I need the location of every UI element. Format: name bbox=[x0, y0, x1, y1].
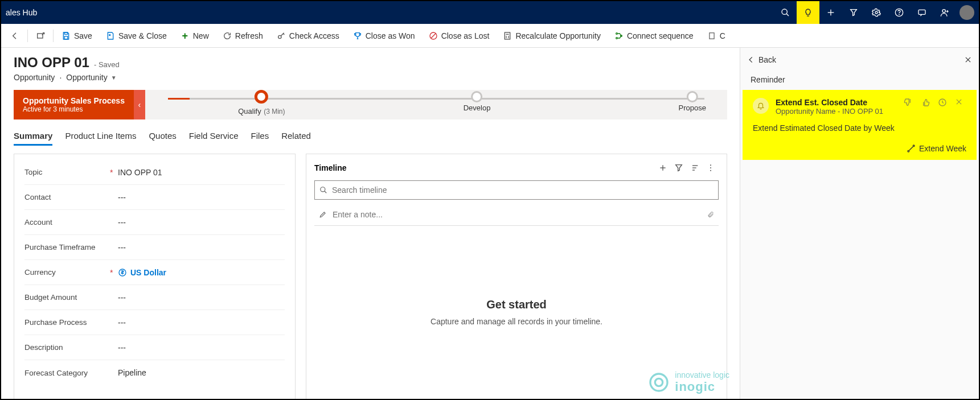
timeline-sort-icon[interactable] bbox=[687, 160, 703, 176]
record-title: INO OPP 01 bbox=[14, 55, 89, 71]
person-add-icon[interactable] bbox=[933, 1, 956, 24]
pencil-icon bbox=[319, 211, 327, 218]
extend-week-action[interactable]: Extend Week bbox=[907, 144, 966, 153]
form-tabs: Summary Product Line Items Quotes Field … bbox=[14, 127, 727, 146]
summary-form-section: Topic*INO OPP 01 Contact--- Account--- P… bbox=[14, 154, 296, 399]
svg-point-8 bbox=[942, 10, 945, 13]
attachment-icon[interactable] bbox=[707, 210, 714, 219]
entity-label: Opportunity bbox=[14, 73, 55, 82]
business-process-flow: Opportunity Sales Process Active for 3 m… bbox=[14, 90, 727, 119]
svg-rect-26 bbox=[710, 32, 714, 39]
settings-gear-icon[interactable] bbox=[865, 1, 888, 24]
field-account[interactable]: Account--- bbox=[24, 210, 285, 235]
svg-rect-7 bbox=[919, 10, 925, 14]
svg-rect-17 bbox=[505, 32, 510, 39]
tab-related[interactable]: Related bbox=[281, 127, 311, 146]
connect-sequence-button[interactable]: Connect sequence bbox=[608, 24, 700, 48]
chevron-down-icon[interactable]: ▼ bbox=[111, 75, 117, 81]
tab-quotes[interactable]: Quotes bbox=[149, 127, 176, 146]
filter-icon[interactable] bbox=[842, 1, 865, 24]
check-access-button[interactable]: Check Access bbox=[270, 24, 346, 48]
snooze-clock-icon[interactable] bbox=[938, 98, 949, 109]
flow-icon bbox=[907, 144, 916, 153]
timeline-filter-icon[interactable] bbox=[671, 160, 687, 176]
svg-line-37 bbox=[325, 191, 327, 193]
svg-point-0 bbox=[782, 9, 787, 14]
bpf-collapse-toggle[interactable]: ‹ bbox=[134, 90, 145, 119]
timeline-title: Timeline bbox=[314, 163, 347, 172]
recalculate-button[interactable]: Recalculate Opportunity bbox=[496, 24, 607, 48]
field-contact[interactable]: Contact--- bbox=[24, 185, 285, 210]
global-nav-bar: ales Hub bbox=[1, 1, 979, 24]
field-currency[interactable]: Currency*US Dollar bbox=[24, 260, 285, 285]
panel-back-button[interactable]: Back bbox=[747, 55, 776, 64]
truncated-command[interactable]: C bbox=[700, 24, 732, 48]
trophy-icon bbox=[353, 31, 362, 40]
bpf-stage-propose[interactable]: Propose bbox=[678, 91, 706, 112]
save-close-icon bbox=[106, 31, 115, 40]
timeline-search[interactable] bbox=[314, 180, 719, 200]
user-avatar[interactable] bbox=[960, 5, 974, 20]
panel-section-title: Reminder bbox=[740, 72, 979, 90]
bpf-stage-develop[interactable]: Develop bbox=[464, 91, 491, 112]
chat-icon[interactable] bbox=[911, 1, 933, 24]
add-icon[interactable] bbox=[819, 1, 842, 24]
timeline-section: Timeline Get started bbox=[306, 154, 727, 399]
timeline-note-input[interactable] bbox=[333, 210, 702, 219]
svg-point-23 bbox=[616, 32, 618, 34]
new-button[interactable]: +New bbox=[174, 24, 216, 48]
save-icon bbox=[61, 31, 71, 40]
field-purchase-process[interactable]: Purchase Process--- bbox=[24, 310, 285, 335]
svg-point-35 bbox=[710, 170, 711, 171]
tab-product-line-items[interactable]: Product Line Items bbox=[65, 127, 136, 146]
field-description[interactable]: Description--- bbox=[24, 335, 285, 360]
save-close-button[interactable]: Save & Close bbox=[99, 24, 174, 48]
back-button[interactable] bbox=[3, 24, 26, 48]
refresh-button[interactable]: Refresh bbox=[216, 24, 270, 48]
svg-point-6 bbox=[899, 14, 900, 15]
bpf-stage-qualify[interactable]: Qualify (3 Min) bbox=[238, 91, 285, 116]
svg-point-20 bbox=[509, 36, 509, 36]
search-icon[interactable] bbox=[774, 1, 797, 24]
thumbs-up-icon[interactable] bbox=[921, 98, 932, 109]
field-budget-amount[interactable]: Budget Amount--- bbox=[24, 285, 285, 310]
field-purchase-timeframe[interactable]: Purchase Timeframe--- bbox=[24, 235, 285, 260]
svg-point-33 bbox=[710, 164, 711, 166]
assistant-bulb-icon[interactable] bbox=[797, 1, 819, 24]
card-close-icon[interactable] bbox=[955, 98, 966, 109]
record-save-state: - Saved bbox=[94, 60, 120, 69]
close-as-won-button[interactable]: Close as Won bbox=[346, 24, 422, 48]
svg-point-22 bbox=[509, 38, 509, 38]
close-as-lost-button[interactable]: Close as Lost bbox=[422, 24, 497, 48]
card-title: Extend Est. Closed Date bbox=[776, 98, 897, 107]
card-subtitle: Opportunity Name - INO OPP 01 bbox=[776, 107, 897, 116]
svg-point-46 bbox=[913, 145, 915, 147]
tab-field-service[interactable]: Field Service bbox=[189, 127, 239, 146]
panel-close-icon[interactable] bbox=[964, 56, 972, 64]
sequence-icon bbox=[614, 31, 624, 40]
timeline-more-icon[interactable] bbox=[703, 160, 719, 176]
timeline-add-icon[interactable] bbox=[655, 160, 671, 176]
form-selector[interactable]: Opportunity bbox=[66, 73, 107, 82]
thumbs-down-icon[interactable] bbox=[904, 98, 915, 109]
help-icon[interactable] bbox=[888, 1, 911, 24]
svg-point-14 bbox=[278, 35, 281, 38]
tab-files[interactable]: Files bbox=[251, 127, 269, 146]
bell-icon bbox=[753, 98, 769, 114]
save-button[interactable]: Save bbox=[55, 24, 99, 48]
app-title: ales Hub bbox=[6, 8, 37, 17]
bpf-header[interactable]: Opportunity Sales Process Active for 3 m… bbox=[14, 90, 134, 119]
open-new-window-icon[interactable] bbox=[29, 24, 52, 48]
svg-rect-13 bbox=[64, 36, 67, 39]
field-forecast-category[interactable]: Forecast CategoryPipeline bbox=[24, 360, 285, 385]
reminder-card: Extend Est. Closed Date Opportunity Name… bbox=[743, 90, 977, 160]
timeline-search-input[interactable] bbox=[332, 185, 714, 195]
doc-icon bbox=[707, 31, 716, 40]
timeline-note-entry[interactable] bbox=[314, 203, 719, 226]
assistant-panel: Back Reminder Extend Est. Closed Date Op… bbox=[740, 48, 979, 399]
svg-point-24 bbox=[616, 37, 618, 39]
svg-rect-11 bbox=[38, 34, 43, 38]
tab-summary[interactable]: Summary bbox=[14, 127, 52, 146]
field-topic[interactable]: Topic*INO OPP 01 bbox=[24, 160, 285, 185]
svg-rect-12 bbox=[64, 32, 67, 34]
